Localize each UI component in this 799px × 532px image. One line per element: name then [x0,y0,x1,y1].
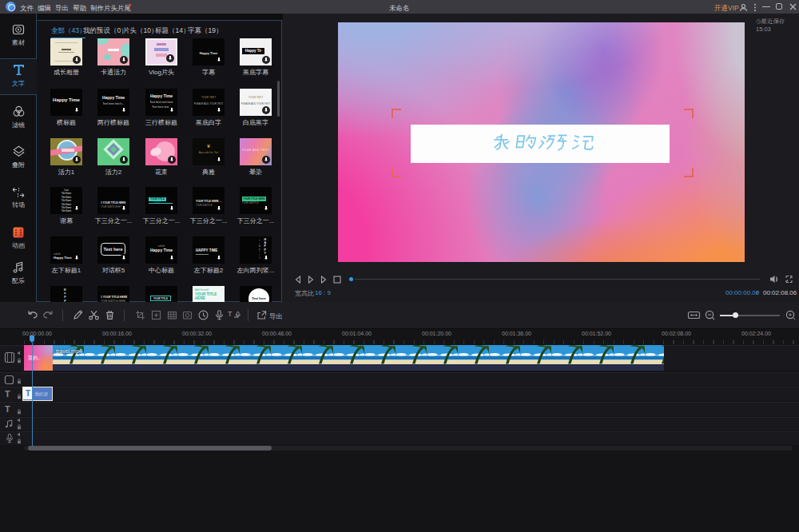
svg-text:T: T [228,310,233,318]
